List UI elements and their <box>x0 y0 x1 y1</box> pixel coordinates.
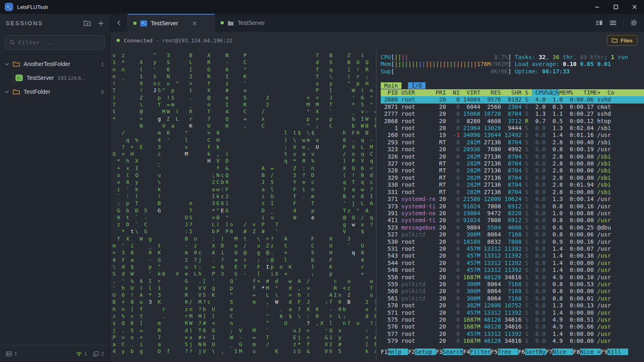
files-button[interactable]: Files <box>607 35 637 46</box>
process-row: 577 root 20 0 457M 13312 11392 S 0.0 1.4… <box>381 331 644 338</box>
matrix-row: \ d $ p ^ u t: = 6 E T F Ip o K l K r <box>112 263 376 270</box>
server-terminal-icon: >_ <box>15 75 23 81</box>
matrix-row: q % 4 ' l C H ) \ wm x 0 . q - <box>112 137 376 143</box>
matrix-row: ) Z p !S . @ e 5 2 > < J ' 6 ^ <box>112 94 376 101</box>
minimize-button[interactable] <box>588 0 607 14</box>
sessions-sidebar: SESSIONS AnotherTestFolder 1 >_ TestServ… <box>0 14 110 362</box>
menu-icon[interactable] <box>609 20 617 26</box>
htop-meter-line: Swp[ 0K/0K] Uptime: 06:17:33 <box>381 68 644 75</box>
tree-folder-anothertestfolder[interactable]: AnotherTestFolder 1 <box>0 57 110 71</box>
matrix-row: 7 \ T =m _ o I R 2 M M T * 5 " <box>112 101 376 108</box>
htop-function-keys[interactable]: F1Help F2Setup F3SearchF4FilterF5Tree F6… <box>381 349 644 355</box>
server-host: 193.124.6… <box>57 75 86 81</box>
connected-dot-icon <box>133 22 137 25</box>
matrix-row: * h X _ H V D q * 0 % ) P Y q <box>112 157 376 164</box>
process-row: 2871 root 20 0 6044 2560 2304 S 2.0 0.3 … <box>381 104 644 110</box>
filter-input[interactable] <box>18 40 100 46</box>
folder-count-badge: 0 <box>101 89 104 95</box>
matrix-row: ? + E 3 v f k ; V e, U P X L M <box>112 143 376 150</box>
close-button[interactable] <box>625 0 644 14</box>
matrix-row: a C . i a 5j N8 O _ G m / z* f XI # [ h <box>112 341 376 348</box>
process-row: 560 polkitd 20 0 300M 8064 7168 S 0.0 0.… <box>381 288 644 295</box>
process-row: 559 polkitd 20 0 300M 8064 7168 S 0.0 0.… <box>381 281 644 288</box>
process-row: 548 root 20 0 457M 13312 11392 S 0.0 1.4… <box>381 267 644 274</box>
matrix-row: z % > Y . rM M] l C ^ A $ \ : R r L; d H <box>112 313 376 320</box>
matrix-row: O < H c M k , ( t v a v / o q C <box>112 150 376 157</box>
matrix-row: n _ 1 S N 2 R I K T \ ) r ; <box>112 73 376 80</box>
wifi-count: 1 <box>84 351 87 357</box>
htop-meter-line: CPU[|||| 8.7%] Tasks: 32, 36 thr, 69 kth… <box>381 54 644 61</box>
htop-meter-line: Mem[||||||||||||||||||||||||176M/962M] L… <box>381 61 644 68</box>
status-dot-icon <box>117 39 120 42</box>
sessions-count: 1 <box>14 351 17 357</box>
matrix-row: * t\ G :I bP P6 # Z # ' V $ <box>112 228 376 235</box>
split-view-icon[interactable] <box>595 20 603 26</box>
process-row: 527 polkitd 20 0 300M 8064 7168 S 0.0 0.… <box>381 231 644 238</box>
matrix-row: > 3 8 0 K m 0c A i U @ g @. < 5 H q 8 <box>112 249 376 256</box>
matrix-row: 4 y b g D f ?? jV \ , IM u K zS & Vh 5 k… <box>112 348 376 355</box>
htop-pane[interactable]: CPU[|||| 8.7%] Tasks: 32, 36 thr, 69 kth… <box>377 49 644 362</box>
process-row: 570 root 20 0 382M 12800 10752 S 0.0 1.3… <box>381 302 644 309</box>
matrix-row: ` : l ! Ikc2 i U T . m B v 6 I <box>112 193 376 200</box>
matrix-row: G b D 5 G T *^EG D _ 4 p Tz " A <box>112 207 376 214</box>
app-logo-icon: >_ <box>5 3 13 11</box>
add-session-icon[interactable] <box>98 20 104 26</box>
htop-view-tabs: Main I/O <box>381 82 644 89</box>
back-button[interactable] <box>110 14 127 32</box>
maximize-button[interactable] <box>607 0 625 14</box>
connection-bar: Connected · root@193.124.64.196:22 Files <box>110 32 644 49</box>
terminal-area[interactable]: v z ^ 3 B X N P T B Z i1 * X y S L R - C… <box>110 49 644 362</box>
connection-status: Connected <box>124 38 152 44</box>
matrix-row: N V a K U H , C ^ ; C b WB 6 <box>112 122 376 129</box>
process-row: 523 messagebus 20 0 9884 5504 4608 S 0.0… <box>381 224 644 231</box>
matrix-row: / m 6 " > 8 l t$ \$ h F0 B <box>112 129 376 136</box>
process-row: 571 root 20 0 457M 13312 11392 S 0.0 1.4… <box>381 309 644 316</box>
wifi-icon <box>76 351 82 356</box>
process-row: 373 systemd-ti 20 0 91024 7808 6912 S 0.… <box>381 203 644 210</box>
matrix-row: + x I ` f & A = Z : n X Q 6 < <box>112 165 376 172</box>
process-row: 2777 root 20 0 15068 10728 8704 S 1.3 1.… <box>381 110 644 117</box>
matrix-row: v z ^ 3 B X N P T B Z i <box>112 52 376 59</box>
new-folder-icon[interactable] <box>84 20 91 26</box>
chevron-down-icon[interactable] <box>5 63 9 66</box>
tree-folder-testfolder[interactable]: TestFolder 0 <box>0 85 110 99</box>
matrix-row: * + g Z L r 7 Q = x p > p & IW y <box>112 115 376 122</box>
matrix-row: j . S = R d) T6 G ; V M ` uJ > 'Q x : ; <box>112 327 376 334</box>
tab-testserver-files[interactable]: TestServer <box>215 14 271 32</box>
close-tab-icon[interactable] <box>192 21 197 26</box>
matrix-row: m ' i _ t - z X D o / u Zz t C U ` U <box>112 242 376 249</box>
matrix-row: . ' % A I r G .[ ' Q` f< # d w A / c u w <box>112 278 376 285</box>
folder-icon <box>13 61 20 67</box>
process-row: 2880 root 20 0 14084 9576 8192 S 4.0 1.0… <box>381 96 644 103</box>
process-row: 576 root 20 0 1687M 48128 34816 S 0.0 4.… <box>381 323 644 330</box>
process-row: 323 root 20 0 28936 7680 4992 S 0.0 0.8 … <box>381 146 644 153</box>
process-row: 328 root RT 0 282M 27136 8704 S 0.0 2.8 … <box>381 167 644 174</box>
process-row: 330 root RT 0 282M 27136 8704 S 0.0 2.8 … <box>381 181 644 188</box>
tree-server-testserver[interactable]: >_ TestServer 193.124.6… <box>0 71 110 85</box>
sessions-header: SESSIONS <box>6 20 43 26</box>
matrix-row: P > o + 7 >x #+ I W - = T Ej > &1 y < # <box>112 334 376 341</box>
tab-label: TestServer <box>238 20 265 26</box>
cmatrix-pane[interactable]: v z ^ 3 B X N P T B Z i1 * X y S L R - C… <box>110 49 376 362</box>
folder-icon <box>13 89 20 95</box>
process-row: 391 systemd-ne 20 0 19004 9472 8320 S 0.… <box>381 210 644 217</box>
chevron-down-icon[interactable] <box>5 90 9 93</box>
process-row: 260 root 19 -1 34096 13644 12492 S 0.0 1… <box>381 132 644 139</box>
process-row: 561 polkitd 20 0 300M 8064 7168 S 0.0 0.… <box>381 295 644 302</box>
blank-line <box>381 75 644 82</box>
folder-count-badge: 1 <box>101 61 104 67</box>
session-tree: AnotherTestFolder 1 >_ TestServer 193.12… <box>0 55 110 345</box>
terminal-tab-icon: >_ <box>140 20 147 26</box>
separator: · <box>156 38 159 44</box>
settings-gear-icon[interactable] <box>630 19 637 26</box>
sidebar-status-bar: 1 1 2 <box>0 345 110 362</box>
process-row: 371 systemd-re 20 0 21580 12800 10624 S … <box>381 196 644 203</box>
process-row: 2868 root 20 0 8280 4608 3712 R 0.7 0.5 … <box>381 118 644 125</box>
process-row: 1 root 20 0 21964 13028 9444 S 0.0 1.3 0… <box>381 125 644 132</box>
filter-box[interactable] <box>5 35 105 50</box>
process-row: 531 root 20 0 457M 13312 11392 S 0.0 1.4… <box>381 245 644 252</box>
matrix-row: 0 t ` - OS <B " i u W e @ Q / q <box>112 214 376 221</box>
matrix-row: B + 8 u 3 K 0/ M?c S m , W d F J ;f 0 B … <box>112 298 376 305</box>
connected-dot-icon <box>221 21 224 24</box>
tab-testserver-active[interactable]: >_ TestServer <box>128 14 215 32</box>
